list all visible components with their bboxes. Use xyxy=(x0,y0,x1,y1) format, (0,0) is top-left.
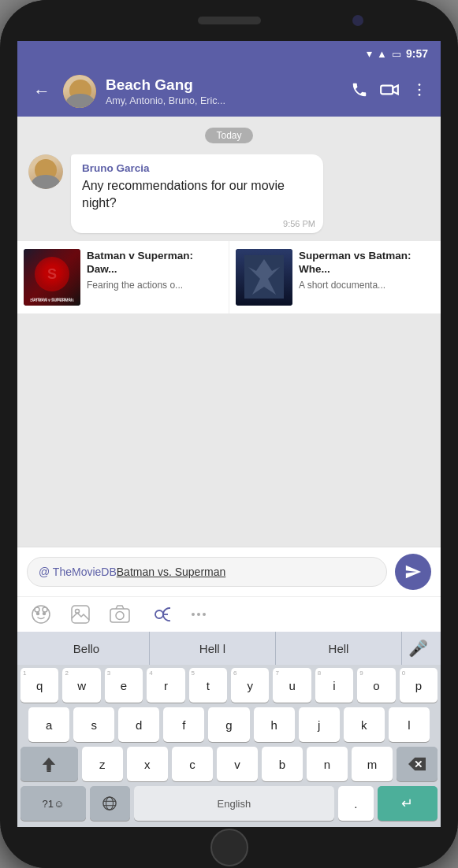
date-badge: Today xyxy=(17,128,441,143)
svg-text:BATMAN v SUPERMAN: BATMAN v SUPERMAN xyxy=(32,298,72,302)
key-i[interactable]: 8i xyxy=(315,668,353,703)
key-n[interactable]: n xyxy=(307,747,348,781)
globe-button[interactable] xyxy=(90,786,130,821)
svg-point-29 xyxy=(203,613,206,616)
message-text: Any recommendations for our movie night? xyxy=(82,177,312,213)
key-r[interactable]: 4r xyxy=(147,668,184,703)
movie-thumbnail-1 xyxy=(236,249,292,306)
key-l[interactable]: l xyxy=(389,707,430,742)
video-call-button[interactable] xyxy=(379,80,400,104)
phone-screen: ▾ ▲ ▭ 9:57 ← Beach Gang Amy, Antonio, Br… xyxy=(17,41,441,827)
battery-icon: ▭ xyxy=(392,48,401,60)
suggestion-2[interactable]: Hell xyxy=(276,632,402,665)
key-e[interactable]: 3e xyxy=(105,668,143,703)
svg-point-19 xyxy=(37,613,39,615)
wifi-icon: ▾ xyxy=(367,47,372,60)
keyboard: 1q 2w 3e 4r 5t 6y 7u 8i 9o 0p a s d f g … xyxy=(17,665,441,827)
home-button[interactable] xyxy=(210,829,248,866)
svg-rect-13 xyxy=(258,269,270,287)
backspace-button[interactable] xyxy=(397,747,438,781)
svg-point-25 xyxy=(155,610,163,618)
keyboard-suggestions: Bello Hell l Hell 🎤 xyxy=(17,632,441,665)
svg-point-28 xyxy=(197,613,200,616)
message-row: Bruno Garcia Any recommendations for our… xyxy=(17,151,441,236)
movie-card-1[interactable]: Superman vs Batman: Whe... A short docum… xyxy=(229,241,441,313)
header-actions xyxy=(351,80,428,104)
svg-point-12 xyxy=(258,257,270,269)
key-h[interactable]: h xyxy=(254,707,295,742)
sender-avatar-image xyxy=(28,154,63,189)
svg-point-7 xyxy=(35,257,69,291)
key-t[interactable]: 5t xyxy=(189,668,227,703)
chat-subtitle: Amy, Antonio, Bruno, Eric... xyxy=(106,95,341,106)
key-y[interactable]: 6y xyxy=(231,668,269,703)
input-mention: @ TheMovieDB xyxy=(39,566,117,578)
mic-button[interactable]: 🎤 xyxy=(402,639,434,658)
key-j[interactable]: j xyxy=(299,707,340,742)
svg-point-27 xyxy=(192,613,195,616)
svg-rect-6 xyxy=(24,249,80,306)
space-button[interactable]: English xyxy=(134,786,335,821)
key-p[interactable]: 0p xyxy=(400,668,438,703)
header-info: Beach Gang Amy, Antonio, Bruno, Eric... xyxy=(106,76,341,106)
mention-button[interactable] xyxy=(148,603,170,625)
chat-title[interactable]: Beach Gang xyxy=(106,76,341,95)
svg-text:S: S xyxy=(47,266,57,282)
svg-rect-14 xyxy=(251,271,261,282)
svg-point-17 xyxy=(35,607,39,612)
phone-top-bar xyxy=(0,0,458,41)
period-button[interactable]: . xyxy=(338,786,374,821)
send-button[interactable] xyxy=(395,554,431,590)
emoji-button[interactable] xyxy=(30,603,52,625)
back-button[interactable]: ← xyxy=(30,78,54,105)
key-m[interactable]: m xyxy=(352,747,393,781)
key-z[interactable]: z xyxy=(82,747,123,781)
movie-cards: S BATMAN v SUPERMAN Batman v Superman: D… xyxy=(17,241,441,313)
sticker-button[interactable] xyxy=(69,603,91,625)
shift-button[interactable] xyxy=(20,747,78,781)
message-bubble: Bruno Garcia Any recommendations for our… xyxy=(71,154,323,233)
movie-thumbnail-0: S BATMAN v SUPERMAN xyxy=(24,249,80,306)
key-d[interactable]: d xyxy=(118,707,159,742)
keyboard-row-4: ?1☺ English . ↵ xyxy=(17,783,441,827)
more-toolbar-button[interactable] xyxy=(188,603,210,625)
movie-info-0: Batman v Superman: Daw... Fearing the ac… xyxy=(87,249,222,291)
key-a[interactable]: a xyxy=(28,707,69,742)
key-s[interactable]: s xyxy=(73,707,114,742)
key-o[interactable]: 9o xyxy=(357,668,395,703)
more-options-button[interactable] xyxy=(411,81,428,102)
key-c[interactable]: c xyxy=(172,747,213,781)
svg-point-24 xyxy=(116,612,124,620)
svg-point-4 xyxy=(419,94,421,96)
sender-avatar xyxy=(28,154,63,189)
key-u[interactable]: 7u xyxy=(273,668,311,703)
key-f[interactable]: f xyxy=(163,707,204,742)
movie-desc-1: A short documenta... xyxy=(299,280,434,291)
symbols-button[interactable]: ?1☺ xyxy=(20,786,86,821)
svg-rect-23 xyxy=(110,609,129,622)
suggestion-0[interactable]: Bello xyxy=(24,632,150,665)
message-input[interactable]: @ TheMovieDB Batman vs. Superman xyxy=(27,557,387,587)
key-x[interactable]: x xyxy=(127,747,168,781)
status-bar: ▾ ▲ ▭ 9:57 xyxy=(17,41,441,66)
key-g[interactable]: g xyxy=(208,707,249,742)
call-button[interactable] xyxy=(351,81,368,102)
key-v[interactable]: v xyxy=(217,747,258,781)
suggestion-1[interactable]: Hell l xyxy=(150,632,276,665)
header-avatar xyxy=(63,75,96,108)
camera-button[interactable] xyxy=(109,603,131,625)
phone-shell: ▾ ▲ ▭ 9:57 ← Beach Gang Amy, Antonio, Br… xyxy=(0,0,458,868)
key-q[interactable]: 1q xyxy=(20,668,58,703)
keyboard-row-2: a s d f g h j k l xyxy=(17,704,441,744)
key-k[interactable]: k xyxy=(344,707,385,742)
movie-card-0[interactable]: S BATMAN v SUPERMAN Batman v Superman: D… xyxy=(17,241,229,313)
key-w[interactable]: 2w xyxy=(62,668,100,703)
phone-camera xyxy=(352,15,363,26)
svg-point-18 xyxy=(43,607,47,612)
keyboard-row-3: z x c v b n m xyxy=(17,744,441,783)
app-header: ← Beach Gang Amy, Antonio, Bruno, Eric..… xyxy=(17,66,441,117)
svg-point-2 xyxy=(419,83,421,86)
toolbar xyxy=(17,596,441,632)
enter-button[interactable]: ↵ xyxy=(378,786,438,821)
key-b[interactable]: b xyxy=(262,747,303,781)
